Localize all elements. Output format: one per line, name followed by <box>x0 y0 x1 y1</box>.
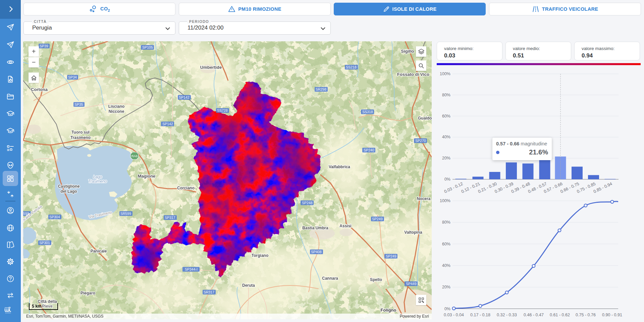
svg-text:0.61 - 0.62: 0.61 - 0.62 <box>550 313 570 317</box>
svg-text:SP240: SP240 <box>364 148 374 152</box>
svg-text:0.17 - 0.18: 0.17 - 0.18 <box>470 313 490 317</box>
svg-text:Cortona: Cortona <box>31 87 48 92</box>
svg-text:SS218: SS218 <box>346 65 357 69</box>
svg-text:RA6: RA6 <box>131 154 138 158</box>
svg-text:Assisi: Assisi <box>339 224 351 228</box>
svg-text:SP408: SP408 <box>311 250 322 254</box>
svg-text:0.03 - 0.04: 0.03 - 0.04 <box>444 313 464 317</box>
svg-text:0.21 - 0.30: 0.21 - 0.30 <box>477 181 497 194</box>
svg-text:Trasimeno: Trasimeno <box>88 179 107 184</box>
svg-text:SP249: SP249 <box>386 254 396 258</box>
svg-text:0.39 - 0.48: 0.39 - 0.48 <box>511 181 531 194</box>
svg-text:Spello: Spello <box>370 277 382 282</box>
svg-text:wisetown: wisetown <box>5 312 11 314</box>
svg-text:0%: 0% <box>444 177 450 182</box>
svg-text:Magione: Magione <box>138 174 156 179</box>
svg-text:0.32 - 0.33: 0.32 - 0.33 <box>497 313 517 317</box>
svg-text:SS318: SS318 <box>362 110 373 114</box>
svg-text:0.90 - 0.91: 0.90 - 0.91 <box>602 313 622 317</box>
svg-text:0.85 - 0.94: 0.85 - 0.94 <box>593 181 613 194</box>
svg-text:40%: 40% <box>442 135 450 139</box>
svg-text:Umbertide: Umbertide <box>200 65 222 70</box>
svg-text:0.66 - 0.75: 0.66 - 0.75 <box>560 181 580 194</box>
svg-text:SP142: SP142 <box>179 95 190 99</box>
svg-text:Gualdo T: Gualdo T <box>418 116 432 121</box>
svg-text:20%: 20% <box>442 156 450 160</box>
svg-text:SP35: SP35 <box>74 102 83 106</box>
svg-text:Panicale: Panicale <box>91 249 107 254</box>
svg-text:SP344-I: SP344-I <box>185 267 198 271</box>
svg-text:40%: 40% <box>442 263 450 268</box>
svg-text:Trasimeno: Trasimeno <box>70 135 91 140</box>
svg-text:Lago: Lago <box>93 175 102 179</box>
svg-text:Corciano: Corciano <box>177 186 195 190</box>
svg-text:0.75 - 0.76: 0.75 - 0.76 <box>576 313 596 317</box>
svg-text:80%: 80% <box>442 93 450 97</box>
svg-text:Tuoro sul: Tuoro sul <box>71 130 90 135</box>
svg-text:Bastia Umbra: Bastia Umbra <box>302 226 328 230</box>
svg-text:SP248: SP248 <box>302 201 313 205</box>
svg-text:SP142: SP142 <box>162 122 173 126</box>
svg-text:Lisciano: Lisciano <box>108 104 125 109</box>
svg-text:Deruta: Deruta <box>242 283 255 288</box>
svg-text:Sigillo: Sigillo <box>401 49 414 54</box>
svg-text:SP304: SP304 <box>49 215 60 219</box>
svg-text:SP34: SP34 <box>68 75 77 79</box>
svg-text:SP449: SP449 <box>406 282 417 286</box>
svg-text:SS728: SS728 <box>217 108 228 112</box>
svg-text:Piegaro: Piegaro <box>80 291 95 295</box>
svg-text:60%: 60% <box>442 242 450 246</box>
svg-text:SP249: SP249 <box>372 217 383 221</box>
svg-text:Foligno: Foligno <box>381 308 396 313</box>
svg-text:0.12 - 0.21: 0.12 - 0.21 <box>461 181 481 194</box>
svg-text:Niccone: Niccone <box>109 109 124 114</box>
svg-text:0.75 - 0.85: 0.75 - 0.85 <box>576 181 596 194</box>
svg-text:80%: 80% <box>442 220 450 225</box>
svg-text:Cannara: Cannara <box>322 276 338 281</box>
svg-text:Valtopina: Valtopina <box>404 230 422 235</box>
svg-text:SP270: SP270 <box>415 139 426 143</box>
svg-text:SP39: SP39 <box>40 44 48 48</box>
svg-text:del Lago: del Lago <box>60 189 77 194</box>
svg-text:60%: 60% <box>442 114 450 119</box>
svg-text:Fossato di Vico: Fossato di Vico <box>397 72 429 77</box>
svg-text:0.30 - 0.39: 0.30 - 0.39 <box>494 181 514 194</box>
svg-text:100%: 100% <box>440 198 450 203</box>
svg-text:100%: 100% <box>440 72 450 76</box>
svg-text:Valfabbrica: Valfabbrica <box>329 165 350 169</box>
svg-text:Nocera: Nocera <box>417 196 431 201</box>
svg-text:SR599: SR599 <box>120 212 131 216</box>
svg-text:0.03 - 0.12: 0.03 - 0.12 <box>443 181 464 194</box>
svg-text:SP301: SP301 <box>39 241 50 245</box>
svg-text:SP105: SP105 <box>142 45 153 49</box>
svg-text:Castiglione: Castiglione <box>58 184 80 189</box>
svg-text:20%: 20% <box>442 285 450 289</box>
svg-text:SR317: SR317 <box>204 290 214 294</box>
svg-text:SP317: SP317 <box>165 216 175 220</box>
svg-text:Torgiano: Torgiano <box>252 253 268 258</box>
svg-text:0%: 0% <box>444 307 450 311</box>
svg-text:0.46 - 0.47: 0.46 - 0.47 <box>524 313 544 317</box>
svg-text:SR298: SR298 <box>316 87 326 91</box>
